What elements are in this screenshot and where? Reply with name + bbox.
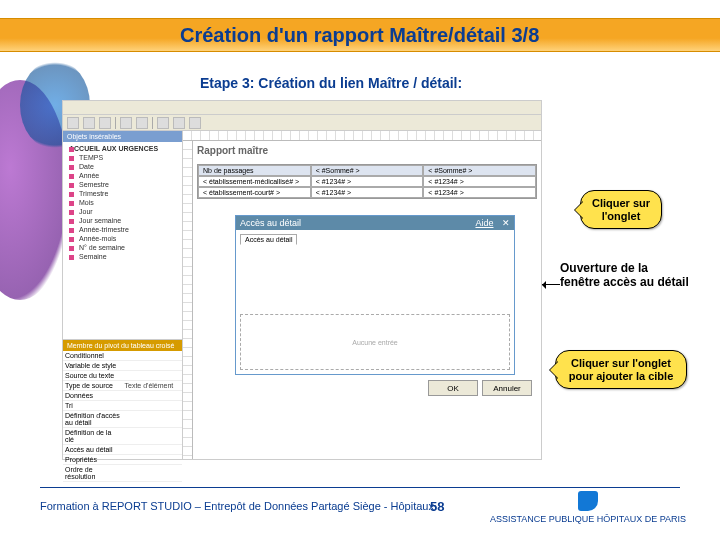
- col-header[interactable]: < #Somme# >: [423, 165, 536, 176]
- property-row[interactable]: Propriétés: [63, 455, 182, 465]
- aphp-logo: ASSISTANCE PUBLIQUE HÔPITAUX DE PARIS: [490, 491, 686, 524]
- tree-item[interactable]: Année-trimestre: [65, 225, 180, 234]
- separator: [152, 117, 153, 129]
- tree-list[interactable]: ACCUEIL AUX URGENCES TEMPS Date Année Se…: [63, 142, 182, 339]
- tree-item[interactable]: Année-mois: [65, 234, 180, 243]
- property-row[interactable]: Type de sourceTexte d'élément: [63, 381, 182, 391]
- property-row[interactable]: Tri: [63, 401, 182, 411]
- table-cell[interactable]: < #1234# >: [423, 187, 536, 198]
- canvas-area[interactable]: Rapport maître Nb de passages < #Somme# …: [193, 141, 541, 459]
- cancel-button[interactable]: Annuler: [482, 380, 532, 396]
- tree-item[interactable]: Année: [65, 171, 180, 180]
- callout-add-target: Cliquer sur l'onglet pour ajouter la cib…: [555, 350, 687, 389]
- ruler-vertical: [183, 141, 193, 459]
- tab-detail-access[interactable]: Accès au détail: [240, 234, 297, 245]
- ruler-horizontal: [183, 131, 541, 141]
- property-row[interactable]: Source du texte: [63, 371, 182, 381]
- tool-icon[interactable]: [136, 117, 148, 129]
- tree-item[interactable]: N° de semaine: [65, 243, 180, 252]
- logo-icon: [578, 491, 598, 511]
- help-link[interactable]: Aide: [475, 218, 493, 228]
- slide-number: 58: [430, 499, 444, 514]
- tool-icon[interactable]: [120, 117, 132, 129]
- ok-button[interactable]: OK: [428, 380, 478, 396]
- dialog-title: Accès au détail: [240, 218, 301, 228]
- property-row[interactable]: Conditionnel: [63, 351, 182, 361]
- tree-item[interactable]: Jour semaine: [65, 216, 180, 225]
- property-row[interactable]: Ordre de résolution: [63, 465, 182, 482]
- table-cell[interactable]: < établissement-court# >: [198, 187, 311, 198]
- menubar[interactable]: [63, 101, 541, 115]
- tree-header: Objets insérables: [63, 131, 182, 142]
- tool-icon[interactable]: [157, 117, 169, 129]
- logo-text: ASSISTANCE PUBLIQUE HÔPITAUX DE PARIS: [490, 514, 686, 524]
- annotation-open-window: Ouverture de la fenêtre accès au détail: [560, 262, 690, 290]
- tool-icon[interactable]: [83, 117, 95, 129]
- table-cell[interactable]: < #1234# >: [311, 187, 424, 198]
- slide-title: Création d'un rapport Maître/détail 3/8: [180, 24, 539, 47]
- tree-item[interactable]: Trimestre: [65, 189, 180, 198]
- property-row[interactable]: Données: [63, 391, 182, 401]
- properties-header: Membre du pivot du tableau croisé: [63, 340, 182, 351]
- col-header[interactable]: Nb de passages: [198, 165, 311, 176]
- property-row[interactable]: Définition de la clé: [63, 428, 182, 445]
- close-icon[interactable]: ✕: [502, 218, 510, 228]
- step-heading: Etape 3: Création du lien Maître / détai…: [200, 75, 462, 91]
- tool-icon[interactable]: [173, 117, 185, 129]
- footer-text: Formation à REPORT STUDIO – Entrepôt de …: [40, 500, 434, 512]
- tree-item[interactable]: Mois: [65, 198, 180, 207]
- tree-item[interactable]: Jour: [65, 207, 180, 216]
- separator: [115, 117, 116, 129]
- property-row[interactable]: Définition d'accès au détail: [63, 411, 182, 428]
- dialog-titlebar: Accès au détail Aide ✕: [236, 216, 514, 230]
- property-row[interactable]: Variable de style: [63, 361, 182, 371]
- tree-item[interactable]: TEMPS: [65, 153, 180, 162]
- annotation-arrow: [542, 284, 560, 285]
- property-row[interactable]: Accès au détail: [63, 445, 182, 455]
- tree-item[interactable]: Semestre: [65, 180, 180, 189]
- callout-click-tab: Cliquer sur l'onglet: [580, 190, 662, 229]
- report-studio-window: Objets insérables ACCUEIL AUX URGENCES T…: [62, 100, 542, 460]
- tool-icon[interactable]: [189, 117, 201, 129]
- footer-divider: [40, 487, 680, 488]
- col-header[interactable]: < #Somme# >: [311, 165, 424, 176]
- tree-item[interactable]: Date: [65, 162, 180, 171]
- report-canvas: Rapport maître Nb de passages < #Somme# …: [183, 131, 541, 459]
- table-cell[interactable]: < #1234# >: [311, 176, 424, 187]
- table-cell[interactable]: < établissement-médicallisé# >: [198, 176, 311, 187]
- detail-access-dialog: Accès au détail Aide ✕ Accès au détail A…: [235, 215, 515, 375]
- target-drop-zone[interactable]: Aucune entrée: [240, 314, 510, 370]
- objects-tree-panel: Objets insérables ACCUEIL AUX URGENCES T…: [63, 131, 183, 459]
- table-cell[interactable]: < #1234# >: [423, 176, 536, 187]
- toolbar[interactable]: [63, 115, 541, 131]
- report-title: Rapport maître: [193, 141, 541, 160]
- tool-icon[interactable]: [67, 117, 79, 129]
- tree-item[interactable]: Semaine: [65, 252, 180, 261]
- tree-root[interactable]: ACCUEIL AUX URGENCES: [65, 144, 180, 153]
- dialog-tabs: Accès au détail: [240, 234, 510, 245]
- tool-icon[interactable]: [99, 117, 111, 129]
- properties-panel: Membre du pivot du tableau croisé Condit…: [63, 339, 182, 459]
- master-table[interactable]: Nb de passages < #Somme# > < #Somme# > <…: [197, 164, 537, 199]
